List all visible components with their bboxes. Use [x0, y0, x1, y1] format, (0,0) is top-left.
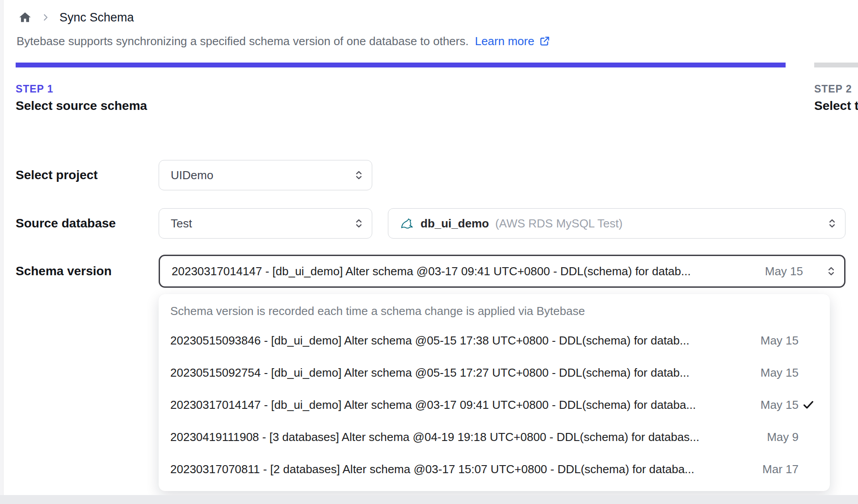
page-title: Sync Schema [59, 11, 134, 25]
check-icon [799, 462, 818, 476]
schema-version-option[interactable]: 20230515093846 - [db_ui_demo] Alter sche… [170, 324, 818, 357]
option-text: 20230515092754 - [db_ui_demo] Alter sche… [170, 366, 747, 380]
updown-chevron-icon [353, 218, 365, 229]
learn-more-label: Learn more [475, 33, 534, 49]
schema-version-select[interactable]: 20230317014147 - [db_ui_demo] Alter sche… [159, 255, 845, 288]
step2-label: STEP 2 [814, 82, 858, 96]
breadcrumb: Sync Schema [18, 8, 134, 27]
intro-text: Bytebase supports synchronizing a specif… [17, 33, 551, 49]
project-select[interactable]: UIDemo [159, 160, 372, 190]
schema-version-select-value: 20230317014147 - [db_ui_demo] Alter sche… [172, 265, 756, 278]
option-date: May 15 [756, 334, 799, 348]
option-text: 20230317014147 - [db_ui_demo] Alter sche… [170, 398, 747, 412]
check-icon [799, 366, 818, 379]
home-icon[interactable] [18, 11, 32, 24]
schema-version-option[interactable]: 20230317070811 - [2 databases] Alter sch… [170, 453, 818, 485]
environment-select[interactable]: Test [159, 208, 372, 239]
check-icon [799, 430, 818, 444]
schema-version-dropdown: Schema version is recorded each time a s… [159, 294, 830, 491]
database-select-detail: (AWS RDS MySQL Test) [495, 217, 622, 231]
sync-schema-page: Sync Schema Bytebase supports synchroniz… [0, 0, 858, 504]
option-date: May 15 [756, 398, 799, 412]
schema-version-select-date: May 15 [765, 265, 803, 278]
left-edge-divider [0, 0, 4, 504]
chevron-right-icon [41, 13, 50, 22]
bottom-edge-strip [0, 495, 858, 504]
schema-version-option[interactable]: 20230515092754 - [db_ui_demo] Alter sche… [170, 357, 818, 389]
check-icon [799, 398, 818, 412]
updown-chevron-icon [353, 169, 365, 181]
option-text: 20230515093846 - [db_ui_demo] Alter sche… [170, 334, 747, 348]
schema-version-label: Schema version [16, 262, 112, 280]
step2-progress-bar [814, 63, 858, 67]
option-text: 20230317070811 - [2 databases] Alter sch… [170, 462, 747, 476]
project-select-value: UIDemo [171, 168, 213, 182]
updown-chevron-icon [826, 218, 838, 229]
step1-title: Select source schema [16, 97, 147, 114]
database-select[interactable]: db_ui_demo (AWS RDS MySQL Test) [388, 208, 845, 239]
step1-label: STEP 1 [16, 82, 147, 96]
database-select-value: db_ui_demo [421, 217, 489, 231]
check-icon [799, 334, 818, 347]
environment-select-value: Test [171, 217, 192, 231]
source-database-label: Source database [16, 214, 116, 232]
schema-version-option[interactable]: 20230317014147 - [db_ui_demo] Alter sche… [170, 389, 818, 421]
step2-title: Select t [814, 97, 858, 114]
schema-version-option[interactable]: 20230419111908 - [3 databases] Alter sch… [170, 421, 818, 453]
dropdown-hint: Schema version is recorded each time a s… [170, 303, 818, 319]
option-date: May 15 [756, 366, 799, 380]
updown-chevron-icon [825, 265, 837, 277]
option-date: May 9 [756, 430, 799, 444]
learn-more-link[interactable]: Learn more [475, 33, 551, 49]
select-project-label: Select project [16, 166, 98, 184]
intro-description: Bytebase supports synchronizing a specif… [17, 33, 469, 49]
schema-version-options: 20230515093846 - [db_ui_demo] Alter sche… [170, 324, 818, 485]
step2-header: STEP 2 Select t [814, 82, 858, 114]
option-date: Mar 17 [756, 462, 799, 476]
option-text: 20230419111908 - [3 databases] Alter sch… [170, 430, 747, 444]
step1-progress-bar [16, 63, 786, 67]
external-link-icon [539, 35, 551, 47]
mysql-dolphin-icon [400, 216, 414, 231]
step1-header: STEP 1 Select source schema [16, 82, 147, 114]
